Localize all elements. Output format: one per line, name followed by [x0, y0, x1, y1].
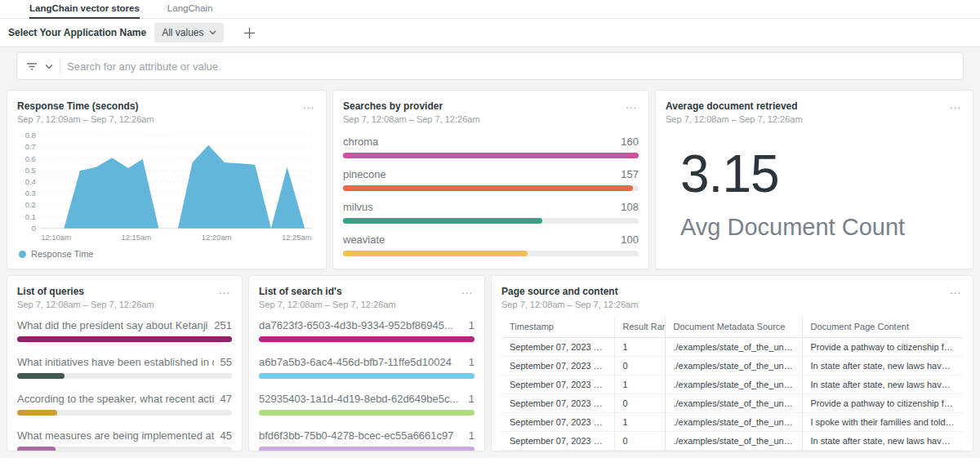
bar-track — [17, 410, 232, 416]
card-menu-button[interactable]: ... — [948, 100, 963, 110]
bar-fill — [259, 447, 474, 451]
card-title: Searches by provider — [343, 100, 480, 112]
bar-row[interactable]: pinecone157 — [343, 168, 639, 191]
bar-fill — [17, 373, 65, 379]
bar-row[interactable]: da7623f3-6503-4d3b-9334-952bf86945...1 — [259, 319, 474, 342]
table-row[interactable]: September 07, 2023 0:25:220./examples/st… — [501, 394, 963, 413]
bar-track — [17, 447, 232, 451]
filter-dropdown-button[interactable] — [45, 64, 53, 69]
column-header[interactable]: Result Rank — [614, 316, 665, 338]
card-page-source-and-content: Page source and content Sep 7, 12:08am –… — [491, 275, 973, 451]
table-row[interactable]: September 07, 2023 0:25:211./examples/st… — [501, 413, 963, 432]
bar-label: What initiatives have been established i… — [17, 356, 214, 368]
card-average-document-retrieved: Average document retrieved Sep 7, 12:08a… — [655, 90, 973, 269]
table-header-row: TimestampResult RankDocument Metadata So… — [501, 316, 963, 338]
bar-row[interactable]: weaviate100 — [343, 233, 639, 256]
filter-menu-button[interactable] — [25, 60, 38, 72]
card-title: List of search id's — [259, 286, 396, 297]
provider-bar-list: chroma160pinecone157milvus108weaviate100 — [343, 136, 639, 256]
column-header[interactable]: Timestamp — [501, 316, 614, 338]
cards-row-1: Response Time (seconds) Sep 7, 12:09am –… — [0, 90, 980, 269]
table-row[interactable]: September 07, 2023 0:25:230./examples/st… — [501, 357, 963, 376]
column-header[interactable]: Document Metadata Source — [665, 316, 802, 338]
card-list-of-search-ids: List of search id's Sep 7, 12:08am – Sep… — [248, 275, 485, 451]
bar-row[interactable]: According to the speaker, what recent ac… — [17, 393, 232, 416]
table-cell: 1 — [614, 338, 665, 357]
bar-fill — [343, 153, 639, 158]
application-name-dropdown[interactable]: All values — [154, 23, 223, 42]
bar-row[interactable]: What initiatives have been established i… — [17, 356, 232, 379]
table-cell: In state after state, new laws have been… — [802, 432, 963, 451]
bar-fill — [17, 410, 57, 416]
bar-row[interactable]: What did the president say about Ketanji… — [17, 319, 232, 342]
card-menu-button[interactable]: ... — [217, 286, 232, 296]
legend-label: Response Time — [31, 249, 93, 259]
card-menu-button[interactable]: ... — [301, 100, 316, 110]
card-time-range: Sep 7, 12:08am – Sep 7, 12:26am — [17, 300, 154, 309]
bar-label: bfd6f3bb-75b0-4278-bcec-ec55a6661c97 — [259, 429, 462, 442]
bar-label: 52935403-1a1d-4d19-8ebd-62d649be5c... — [259, 393, 462, 405]
tab-langchain[interactable]: LangChain — [167, 0, 213, 19]
bar-fill — [343, 251, 528, 256]
response-time-area-chart: 00.10.20.30.40.50.60.70.812:10am12:15am1… — [17, 131, 316, 243]
bar-track — [259, 447, 474, 451]
application-filter-row: Select Your Application Name All values — [0, 19, 980, 47]
table-cell: ./examples/state_of_the_union.txt — [665, 413, 802, 432]
bar-fill — [343, 185, 633, 191]
table-cell: September 07, 2023 0:25:21 — [501, 413, 614, 432]
bar-track — [259, 336, 474, 342]
chevron-down-icon — [45, 64, 53, 69]
bar-row[interactable]: What measures are being implemented at .… — [17, 429, 232, 451]
search-strip — [0, 47, 980, 85]
card-menu-button[interactable]: ... — [460, 286, 474, 296]
bar-value: 100 — [621, 233, 639, 246]
bar-row[interactable]: bfd6f3bb-75b0-4278-bcec-ec55a6661c971 — [259, 429, 474, 451]
table-cell: 0 — [614, 357, 665, 376]
bar-track — [343, 153, 639, 158]
page-source-table: TimestampResult RankDocument Metadata So… — [501, 316, 963, 451]
billboard-value: 3.15 — [680, 144, 963, 204]
card-title: Response Time (seconds) — [17, 100, 154, 112]
tab-label: LangChain — [167, 3, 213, 13]
card-menu-button[interactable]: ... — [624, 100, 639, 110]
divider — [60, 58, 60, 74]
table-cell: 1 — [614, 413, 665, 432]
tab-langchain-vector-stores[interactable]: LangChain vector stores — [29, 0, 140, 19]
table-row[interactable]: September 07, 2023 0:25:210./examples/st… — [501, 432, 963, 451]
page-source-table-wrap: TimestampResult RankDocument Metadata So… — [501, 316, 963, 451]
card-menu-button[interactable]: ... — [948, 286, 963, 296]
dashboard-tab-bar: LangChain vector stores LangChain — [0, 0, 980, 19]
table-row[interactable]: September 07, 2023 0:25:231./examples/st… — [501, 338, 963, 357]
table-cell: 0 — [614, 432, 665, 451]
svg-text:12:20am: 12:20am — [202, 233, 232, 242]
add-filter-button[interactable] — [242, 25, 257, 41]
legend-dot — [19, 251, 26, 258]
table-cell: In state after state, new laws have been… — [802, 376, 963, 394]
chart-legend[interactable]: Response Time — [17, 249, 316, 259]
svg-text:0.1: 0.1 — [25, 212, 36, 221]
table-row[interactable]: September 07, 2023 0:25:221./examples/st… — [501, 376, 963, 394]
bar-label: da7623f3-6503-4d3b-9334-952bf86945... — [259, 319, 462, 331]
filter-icon — [25, 60, 38, 72]
bar-label: What did the president say about Ketanji… — [17, 319, 207, 331]
card-response-time: Response Time (seconds) Sep 7, 12:09am –… — [7, 90, 327, 269]
bar-row[interactable]: milvus108 — [343, 201, 639, 224]
column-header[interactable]: Document Page Content — [802, 316, 963, 338]
table-cell: September 07, 2023 0:25:22 — [501, 376, 614, 394]
chevron-down-icon — [209, 30, 216, 35]
svg-text:0.3: 0.3 — [25, 189, 36, 198]
svg-text:0.5: 0.5 — [25, 166, 36, 175]
search-input[interactable] — [67, 60, 955, 73]
bar-row[interactable]: a6b7a5b3-6ac4-456d-bfb7-11ffe5d100241 — [259, 356, 474, 379]
bar-row[interactable]: chroma160 — [343, 136, 639, 158]
table-cell: 1 — [614, 376, 665, 394]
card-time-range: Sep 7, 12:08am – Sep 7, 12:26am — [259, 300, 396, 309]
svg-text:0: 0 — [32, 224, 36, 233]
svg-text:12:25am: 12:25am — [282, 233, 312, 242]
bar-fill — [343, 218, 542, 224]
bar-row[interactable]: 52935403-1a1d-4d19-8ebd-62d649be5c...1 — [259, 393, 474, 416]
tab-label: LangChain vector stores — [29, 3, 140, 13]
card-list-of-queries: List of queries Sep 7, 12:08am – Sep 7, … — [7, 275, 243, 451]
dropdown-value: All values — [162, 27, 203, 38]
query-bar-list: What did the president say about Ketanji… — [17, 319, 232, 451]
